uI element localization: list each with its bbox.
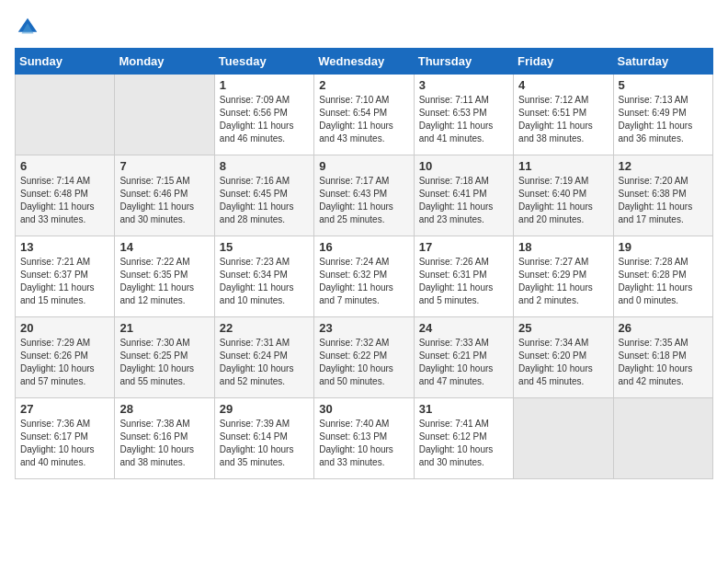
day-number: 30 [319,402,408,416]
day-number: 19 [619,240,708,254]
calendar-cell: 3Sunrise: 7:11 AMSunset: 6:53 PMDaylight… [414,75,513,155]
calendar-cell: 26Sunrise: 7:35 AMSunset: 6:18 PMDayligh… [613,317,712,398]
calendar-cell: 25Sunrise: 7:34 AMSunset: 6:20 PMDayligh… [514,317,613,398]
week-row-3: 13Sunrise: 7:21 AMSunset: 6:37 PMDayligh… [16,236,713,317]
day-number: 11 [518,159,608,173]
day-number: 25 [518,321,608,335]
calendar-cell [16,75,115,155]
calendar-cell: 27Sunrise: 7:36 AMSunset: 6:17 PMDayligh… [16,398,115,479]
calendar-cell: 30Sunrise: 7:40 AMSunset: 6:13 PMDayligh… [314,398,414,479]
calendar-cell: 1Sunrise: 7:09 AMSunset: 6:56 PMDaylight… [214,75,313,155]
calendar-cell [115,75,214,155]
day-number: 17 [419,240,508,254]
day-number: 28 [119,402,209,416]
week-row-1: 1Sunrise: 7:09 AMSunset: 6:56 PMDaylight… [16,75,713,155]
day-header-friday: Friday [514,49,613,75]
day-header-monday: Monday [115,49,214,75]
day-number: 3 [419,78,508,92]
day-number: 7 [119,159,209,173]
day-detail: Sunrise: 7:14 AMSunset: 6:48 PMDaylight:… [20,175,109,226]
day-number: 29 [220,402,309,416]
day-detail: Sunrise: 7:26 AMSunset: 6:31 PMDaylight:… [419,256,508,307]
week-row-4: 20Sunrise: 7:29 AMSunset: 6:26 PMDayligh… [16,317,713,398]
day-detail: Sunrise: 7:20 AMSunset: 6:38 PMDaylight:… [619,175,708,226]
day-header-wednesday: Wednesday [314,49,414,75]
day-detail: Sunrise: 7:31 AMSunset: 6:24 PMDaylight:… [220,337,309,388]
calendar-cell: 14Sunrise: 7:22 AMSunset: 6:35 PMDayligh… [115,236,214,317]
day-header-saturday: Saturday [613,49,712,75]
calendar-cell: 5Sunrise: 7:13 AMSunset: 6:49 PMDaylight… [613,75,712,155]
logo [15,15,44,40]
day-detail: Sunrise: 7:40 AMSunset: 6:13 PMDaylight:… [319,418,408,469]
calendar-cell: 17Sunrise: 7:26 AMSunset: 6:31 PMDayligh… [414,236,513,317]
day-detail: Sunrise: 7:16 AMSunset: 6:45 PMDaylight:… [220,175,309,226]
day-detail: Sunrise: 7:28 AMSunset: 6:28 PMDaylight:… [619,256,708,307]
calendar-cell: 11Sunrise: 7:19 AMSunset: 6:40 PMDayligh… [514,155,613,236]
day-detail: Sunrise: 7:38 AMSunset: 6:16 PMDaylight:… [119,418,209,469]
day-number: 9 [319,159,408,173]
day-number: 8 [220,159,309,173]
day-number: 21 [119,321,209,335]
day-number: 15 [220,240,309,254]
day-number: 10 [419,159,508,173]
day-number: 24 [419,321,508,335]
day-detail: Sunrise: 7:33 AMSunset: 6:21 PMDaylight:… [419,337,508,388]
day-detail: Sunrise: 7:18 AMSunset: 6:41 PMDaylight:… [419,175,508,226]
day-number: 27 [20,402,109,416]
day-detail: Sunrise: 7:24 AMSunset: 6:32 PMDaylight:… [319,256,408,307]
calendar-cell [613,398,712,479]
day-number: 4 [518,78,608,92]
week-row-5: 27Sunrise: 7:36 AMSunset: 6:17 PMDayligh… [16,398,713,479]
calendar-cell: 2Sunrise: 7:10 AMSunset: 6:54 PMDaylight… [314,75,414,155]
day-number: 12 [619,159,708,173]
calendar-cell: 28Sunrise: 7:38 AMSunset: 6:16 PMDayligh… [115,398,214,479]
day-detail: Sunrise: 7:10 AMSunset: 6:54 PMDaylight:… [319,94,408,145]
calendar-cell: 23Sunrise: 7:32 AMSunset: 6:22 PMDayligh… [314,317,414,398]
day-detail: Sunrise: 7:41 AMSunset: 6:12 PMDaylight:… [419,418,508,469]
day-number: 2 [319,78,408,92]
day-number: 16 [319,240,408,254]
day-header-sunday: Sunday [16,49,115,75]
page-header [15,15,713,40]
day-number: 14 [119,240,209,254]
day-detail: Sunrise: 7:21 AMSunset: 6:37 PMDaylight:… [20,256,109,307]
calendar-cell: 12Sunrise: 7:20 AMSunset: 6:38 PMDayligh… [613,155,712,236]
day-detail: Sunrise: 7:17 AMSunset: 6:43 PMDaylight:… [319,175,408,226]
day-detail: Sunrise: 7:30 AMSunset: 6:25 PMDaylight:… [119,337,209,388]
day-detail: Sunrise: 7:12 AMSunset: 6:51 PMDaylight:… [518,94,608,145]
calendar-cell: 22Sunrise: 7:31 AMSunset: 6:24 PMDayligh… [214,317,313,398]
logo-icon [15,15,40,40]
day-detail: Sunrise: 7:13 AMSunset: 6:49 PMDaylight:… [619,94,708,145]
calendar-cell: 24Sunrise: 7:33 AMSunset: 6:21 PMDayligh… [414,317,513,398]
header-row: SundayMondayTuesdayWednesdayThursdayFrid… [16,49,713,75]
calendar-cell: 16Sunrise: 7:24 AMSunset: 6:32 PMDayligh… [314,236,414,317]
day-detail: Sunrise: 7:35 AMSunset: 6:18 PMDaylight:… [619,337,708,388]
day-detail: Sunrise: 7:22 AMSunset: 6:35 PMDaylight:… [119,256,209,307]
day-detail: Sunrise: 7:32 AMSunset: 6:22 PMDaylight:… [319,337,408,388]
calendar-cell: 21Sunrise: 7:30 AMSunset: 6:25 PMDayligh… [115,317,214,398]
calendar-table: SundayMondayTuesdayWednesdayThursdayFrid… [15,48,713,479]
calendar-cell: 6Sunrise: 7:14 AMSunset: 6:48 PMDaylight… [16,155,115,236]
day-number: 31 [419,402,508,416]
day-detail: Sunrise: 7:19 AMSunset: 6:40 PMDaylight:… [518,175,608,226]
calendar-cell: 13Sunrise: 7:21 AMSunset: 6:37 PMDayligh… [16,236,115,317]
day-detail: Sunrise: 7:09 AMSunset: 6:56 PMDaylight:… [220,94,309,145]
calendar-cell: 10Sunrise: 7:18 AMSunset: 6:41 PMDayligh… [414,155,513,236]
day-detail: Sunrise: 7:27 AMSunset: 6:29 PMDaylight:… [518,256,608,307]
calendar-cell: 15Sunrise: 7:23 AMSunset: 6:34 PMDayligh… [214,236,313,317]
week-row-2: 6Sunrise: 7:14 AMSunset: 6:48 PMDaylight… [16,155,713,236]
calendar-cell: 4Sunrise: 7:12 AMSunset: 6:51 PMDaylight… [514,75,613,155]
calendar-cell: 29Sunrise: 7:39 AMSunset: 6:14 PMDayligh… [214,398,313,479]
day-detail: Sunrise: 7:23 AMSunset: 6:34 PMDaylight:… [220,256,309,307]
calendar-cell: 7Sunrise: 7:15 AMSunset: 6:46 PMDaylight… [115,155,214,236]
calendar-cell: 9Sunrise: 7:17 AMSunset: 6:43 PMDaylight… [314,155,414,236]
calendar-cell: 8Sunrise: 7:16 AMSunset: 6:45 PMDaylight… [214,155,313,236]
day-number: 26 [619,321,708,335]
calendar-cell: 18Sunrise: 7:27 AMSunset: 6:29 PMDayligh… [514,236,613,317]
day-number: 20 [20,321,109,335]
day-detail: Sunrise: 7:29 AMSunset: 6:26 PMDaylight:… [20,337,109,388]
calendar-cell [514,398,613,479]
day-detail: Sunrise: 7:34 AMSunset: 6:20 PMDaylight:… [518,337,608,388]
calendar-cell: 20Sunrise: 7:29 AMSunset: 6:26 PMDayligh… [16,317,115,398]
day-detail: Sunrise: 7:15 AMSunset: 6:46 PMDaylight:… [119,175,209,226]
